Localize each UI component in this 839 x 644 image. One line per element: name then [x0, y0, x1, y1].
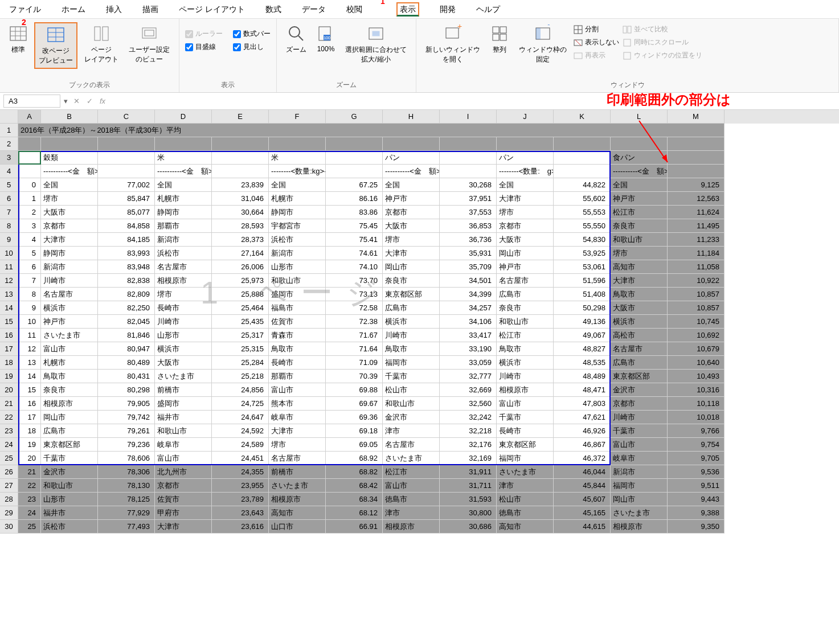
cell[interactable]: 富山市 — [497, 397, 554, 411]
cell[interactable]: 札幌市 — [269, 192, 326, 206]
cell[interactable]: 9,705 — [668, 452, 725, 465]
cell[interactable]: 68.34 — [326, 493, 383, 506]
cell[interactable] — [269, 137, 326, 151]
cell[interactable]: 10,857 — [668, 301, 725, 315]
cell[interactable]: 11 — [18, 329, 41, 342]
cell[interactable]: 69.36 — [326, 411, 383, 424]
cell[interactable]: パン — [383, 151, 440, 165]
cell[interactable]: 和歌山市 — [155, 424, 212, 438]
cell[interactable]: 55,550 — [554, 219, 611, 233]
cell[interactable]: 85,847 — [98, 192, 155, 206]
cell[interactable]: 83,993 — [98, 247, 155, 260]
cell[interactable]: 京都市 — [155, 479, 212, 493]
cell[interactable]: 大津市 — [269, 424, 326, 438]
cell[interactable]: 16 — [18, 397, 41, 411]
cell[interactable]: 徳島市 — [497, 506, 554, 520]
cell[interactable]: 金沢市 — [611, 383, 668, 397]
checkbox-formula-bar[interactable]: 数式バー — [233, 29, 271, 39]
cell[interactable]: 68.42 — [326, 479, 383, 493]
menu-home[interactable]: ホーム — [58, 2, 89, 17]
cell[interactable]: 25,435 — [212, 315, 269, 329]
cell[interactable]: 全国 — [269, 178, 326, 192]
cell[interactable]: 72.38 — [326, 315, 383, 329]
cell[interactable]: 津市 — [497, 479, 554, 493]
cell[interactable]: --------<数量: g>- — [497, 165, 554, 178]
cell[interactable]: 9,536 — [668, 465, 725, 479]
cell[interactable]: 11,058 — [668, 260, 725, 274]
cell[interactable]: 大阪市 — [611, 301, 668, 315]
cell[interactable] — [212, 151, 269, 165]
cell[interactable] — [18, 137, 41, 151]
cell[interactable]: 松江市 — [497, 329, 554, 342]
row-header-26[interactable]: 26 — [0, 465, 18, 479]
cell[interactable]: 熊本市 — [269, 397, 326, 411]
cell[interactable] — [41, 137, 98, 151]
view-page-break-button[interactable]: 改ページ プレビュー — [34, 22, 77, 69]
cell[interactable] — [668, 165, 725, 178]
menu-insert[interactable]: 挿入 — [103, 2, 125, 17]
unhide-button[interactable]: 再表示 — [574, 51, 619, 60]
cell[interactable]: 48,535 — [554, 356, 611, 370]
cell[interactable] — [668, 137, 725, 151]
column-header-I[interactable]: I — [440, 110, 497, 124]
cell[interactable] — [326, 137, 383, 151]
cell[interactable]: 徳島市 — [383, 493, 440, 506]
cell[interactable]: 新潟市 — [155, 233, 212, 247]
cell[interactable]: 神戸市 — [497, 260, 554, 274]
cell[interactable]: 23,789 — [212, 493, 269, 506]
cell[interactable]: 名古屋市 — [155, 260, 212, 274]
cell[interactable]: 鳥取市 — [497, 342, 554, 356]
cell[interactable]: 24,647 — [212, 411, 269, 424]
cell[interactable]: 10,745 — [668, 315, 725, 329]
cell[interactable]: 0 — [18, 178, 41, 192]
cell[interactable]: 横浜市 — [155, 342, 212, 356]
cell[interactable] — [440, 151, 497, 165]
cell[interactable]: 長崎市 — [269, 356, 326, 370]
cell[interactable]: ----------<金 額>- — [155, 165, 212, 178]
cell[interactable]: 10,692 — [668, 329, 725, 342]
cell[interactable]: 78,606 — [98, 452, 155, 465]
cell[interactable] — [326, 165, 383, 178]
cells-area[interactable]: 1 ページ 2016年（平成28年）～2018年（平成30年）平均穀類米米パンパ… — [18, 124, 725, 534]
menu-page-layout[interactable]: ページ レイアウト — [175, 2, 248, 17]
row-header-10[interactable]: 10 — [0, 247, 18, 260]
row-header-30[interactable]: 30 — [0, 520, 18, 534]
cell[interactable]: 83.86 — [326, 206, 383, 219]
cell[interactable]: 富山市 — [155, 452, 212, 465]
cell[interactable]: 佐賀市 — [269, 315, 326, 329]
row-header-16[interactable]: 16 — [0, 329, 18, 342]
cell[interactable]: --------<数量:kg>- — [269, 165, 326, 178]
cell[interactable]: 那覇市 — [155, 219, 212, 233]
cell[interactable]: 全国 — [497, 178, 554, 192]
cell[interactable]: さいたま市 — [611, 506, 668, 520]
cell[interactable]: 浜松市 — [155, 247, 212, 260]
cell[interactable]: 51,408 — [554, 288, 611, 301]
cell[interactable]: 75.41 — [326, 233, 383, 247]
cell[interactable]: 高知市 — [269, 506, 326, 520]
cell[interactable]: 大津市 — [497, 192, 554, 206]
cell[interactable]: 49,067 — [554, 329, 611, 342]
cell[interactable]: 32,218 — [440, 424, 497, 438]
cell[interactable]: 堺市 — [41, 192, 98, 206]
cell[interactable]: 70.39 — [326, 370, 383, 383]
row-header-24[interactable]: 24 — [0, 438, 18, 452]
cell[interactable]: 10,922 — [668, 274, 725, 288]
new-window-button[interactable]: + 新しいウィンドウ を開く — [422, 22, 484, 67]
cell[interactable]: 12,563 — [668, 192, 725, 206]
cell[interactable]: 86.16 — [326, 192, 383, 206]
cell[interactable]: 84,858 — [98, 219, 155, 233]
cell[interactable]: 1 — [18, 192, 41, 206]
row-header-20[interactable]: 20 — [0, 383, 18, 397]
cell[interactable]: 相模原市 — [155, 274, 212, 288]
cell[interactable]: さいたま市 — [41, 329, 98, 342]
cell[interactable] — [440, 165, 497, 178]
split-button[interactable]: 分割 — [574, 24, 619, 34]
cell[interactable]: 高知市 — [611, 260, 668, 274]
cell[interactable]: 静岡市 — [155, 206, 212, 219]
select-all-corner[interactable] — [0, 110, 18, 124]
freeze-panes-button[interactable]: * ウィンドウ枠の 固定 — [515, 22, 570, 67]
menu-help[interactable]: ヘルプ — [473, 2, 504, 17]
cell[interactable]: 75.45 — [326, 219, 383, 233]
cell[interactable]: 10,493 — [668, 370, 725, 383]
column-header-E[interactable]: E — [212, 110, 269, 124]
